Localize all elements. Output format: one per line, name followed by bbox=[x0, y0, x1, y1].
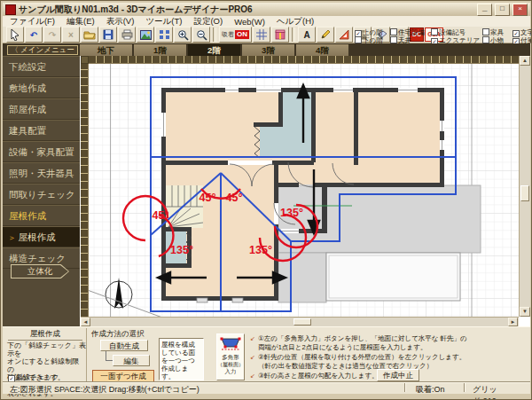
tab-floor-3[interactable]: 3階 bbox=[242, 44, 294, 56]
save-button[interactable] bbox=[99, 27, 117, 43]
scroll-left-button[interactable]: ◄ bbox=[81, 318, 90, 326]
undo-icon: ↶ bbox=[30, 30, 37, 40]
horizontal-scroll-thumb[interactable] bbox=[293, 318, 311, 325]
text-tool-button[interactable]: A bbox=[298, 27, 316, 43]
menu-bar: ファイル(F) 編集(E) 表示(V) ツール(T) 設定(O) Web(W) … bbox=[3, 16, 530, 27]
close-button[interactable]: × bbox=[512, 4, 528, 16]
one-face-button[interactable]: 一面ずつ作成 bbox=[92, 370, 154, 382]
step-arrow-icon: ↙ bbox=[250, 334, 258, 343]
tab-floor-1[interactable]: 1階 bbox=[134, 44, 186, 56]
polygon-button-label: （屋根面） bbox=[217, 361, 244, 368]
status-snap: 吸着:On bbox=[416, 384, 445, 396]
roof-task-panel: 屋根作成 下の「斜線チェック」表示を オンにすると斜線制限の 確認ができます。 … bbox=[3, 326, 530, 381]
select-tool-button[interactable] bbox=[6, 27, 24, 43]
step-text: ①左の「多角形入力」ボタンを押し、「地面に対して水平な 軒先」の bbox=[258, 334, 467, 343]
fit-view-button[interactable] bbox=[155, 27, 173, 43]
zoom-in-button[interactable] bbox=[174, 27, 192, 43]
make-3d-button[interactable]: 立体化 bbox=[11, 264, 69, 278]
tab-basement[interactable]: 地下 bbox=[80, 44, 132, 56]
step-text: 両端が1点目と2点目になるように屋根面を入力します。 bbox=[258, 343, 426, 352]
sidebar-subitem-roof-create[interactable]: 屋根作成 bbox=[3, 226, 80, 247]
sidebar-item-plan-check[interactable]: 間取りチェック bbox=[3, 184, 80, 205]
pencil-icon bbox=[320, 29, 331, 40]
snap-on-badge: ON bbox=[235, 30, 249, 39]
main-menu-back-button[interactable]: メインメニュー bbox=[7, 45, 78, 55]
snap-toggle[interactable]: 吸着 ON bbox=[219, 27, 252, 43]
folder-icon bbox=[83, 29, 96, 40]
step-text: ②軒先の位置（屋根を取り付ける外壁の位置）を左クリックします。 bbox=[258, 353, 466, 362]
roof-info-box: 屋根作成 下の「斜線チェック」表示を オンにすると斜線制限の 確認ができます。 … bbox=[4, 328, 87, 381]
checkbox-symbols[interactable]: 設備記号 bbox=[431, 28, 482, 36]
pencil-tool-button[interactable] bbox=[317, 27, 334, 43]
checkbox-equipment[interactable]: 住宅設備 bbox=[390, 28, 431, 36]
sidebar-item-roof[interactable]: 屋根作成 bbox=[3, 205, 80, 226]
menu-web[interactable]: Web(W) bbox=[234, 17, 265, 27]
checkbox-text[interactable]: 文字 bbox=[512, 28, 532, 36]
redo-icon: ↷ bbox=[49, 30, 56, 40]
checkbox-furniture[interactable]: 家具 bbox=[482, 28, 512, 36]
sidebar-item-furniture[interactable]: 設備・家具配置 bbox=[3, 141, 80, 162]
vertical-scroll-thumb[interactable] bbox=[520, 185, 529, 201]
menu-settings[interactable]: 設定(O) bbox=[193, 16, 223, 27]
grid-icon bbox=[256, 29, 267, 40]
vertical-scrollbar[interactable]: ▲ ▼ bbox=[519, 56, 530, 317]
menu-tools[interactable]: ツール(T) bbox=[145, 16, 182, 27]
menu-help[interactable]: ヘルプ(H) bbox=[277, 16, 314, 27]
angle-label: 135° bbox=[249, 244, 272, 256]
menu-view[interactable]: 表示(V) bbox=[106, 16, 135, 27]
layer-checkbox-row-1: 上の階 住宅設備 設備記号 家具 文字 bbox=[355, 28, 532, 36]
fit-icon bbox=[159, 29, 170, 40]
undo-button[interactable]: ↶ bbox=[25, 27, 43, 43]
sidebar-item-rooms[interactable]: 部屋作成 bbox=[3, 98, 80, 120]
parts-palette-button[interactable] bbox=[271, 27, 289, 43]
checkbox-upper-floor[interactable]: 上の階 bbox=[355, 28, 390, 36]
edit-roof-button[interactable]: 編集 bbox=[113, 355, 150, 366]
image-icon bbox=[140, 30, 152, 40]
title-bar[interactable]: サンプル間取りN01.m3d - 3DマイホームデザイナーPRO6 ＿ □ × bbox=[3, 3, 530, 16]
roof-info-title: 屋根作成 bbox=[8, 329, 82, 341]
auto-generate-button[interactable]: 自動生成 bbox=[100, 340, 148, 351]
polygon-button-label: 多角形 bbox=[217, 354, 244, 361]
render-image-button[interactable] bbox=[137, 27, 154, 43]
method-description: 屋根を構成している面を一つ一つ作成します。 bbox=[159, 338, 204, 380]
tab-floor-2[interactable]: 2階 bbox=[188, 44, 240, 56]
minimize-button[interactable]: ＿ bbox=[477, 4, 492, 16]
ruler-corner bbox=[81, 56, 89, 64]
menu-edit[interactable]: 編集(E) bbox=[66, 16, 95, 27]
method-title: 作成方法の選択 bbox=[91, 329, 145, 340]
connector-line bbox=[106, 360, 113, 361]
delete-button[interactable]: × bbox=[62, 27, 80, 43]
roof-info-line: オンにすると斜線制限の bbox=[7, 357, 86, 373]
print-button[interactable] bbox=[118, 27, 136, 43]
tab-floor-4[interactable]: 4階 bbox=[296, 44, 348, 56]
floppy-icon bbox=[103, 29, 113, 40]
triangle-ruler-icon bbox=[339, 29, 349, 40]
angle-label: 45° bbox=[226, 192, 243, 204]
measure-tool-button[interactable] bbox=[335, 27, 353, 43]
stairwell-room bbox=[281, 92, 311, 158]
scroll-right-button[interactable]: ► bbox=[508, 318, 518, 326]
open-file-button[interactable] bbox=[81, 27, 98, 43]
angle-label: 45° bbox=[200, 192, 216, 204]
horizontal-scrollbar[interactable]: ◄ ► bbox=[81, 317, 519, 326]
palette-icon bbox=[275, 29, 286, 40]
window-title: サンプル間取りN01.m3d - 3DマイホームデザイナーPRO6 bbox=[19, 4, 474, 16]
menu-file[interactable]: ファイル(F) bbox=[10, 16, 55, 27]
make-3d-label: 立体化 bbox=[12, 265, 68, 278]
step-arrow-icon: ↙ bbox=[250, 353, 258, 362]
floor-plan-canvas[interactable]: 45° 45° 45° 135° 135° 135° bbox=[89, 64, 519, 317]
sidebar-item-underlay[interactable]: 下絵設定 bbox=[3, 56, 80, 77]
snap-label: 吸着 bbox=[222, 30, 234, 39]
sidebar-item-fittings[interactable]: 建具配置 bbox=[3, 120, 80, 141]
sidebar-item-site[interactable]: 敷地作成 bbox=[3, 77, 80, 98]
grid-toggle-button[interactable] bbox=[253, 27, 270, 43]
zoom-out-button[interactable] bbox=[192, 27, 210, 43]
cancel-creation-button[interactable]: 作成中止 bbox=[377, 369, 419, 381]
maximize-button[interactable]: □ bbox=[495, 4, 510, 16]
sidebar-item-lighting[interactable]: 照明・天井器具 bbox=[3, 162, 80, 184]
scroll-up-button[interactable]: ▲ bbox=[520, 56, 530, 66]
scroll-down-button[interactable]: ▼ bbox=[520, 307, 530, 317]
redo-button[interactable]: ↷ bbox=[43, 27, 61, 43]
polygon-input-button[interactable]: 多角形 （屋根面） 入力 bbox=[216, 333, 245, 380]
text-tool-icon: A bbox=[303, 30, 309, 40]
